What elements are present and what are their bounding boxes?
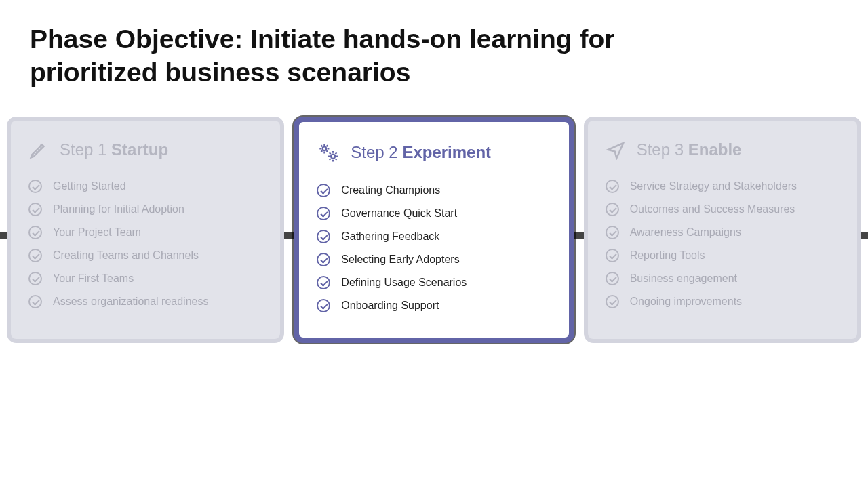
step-card-experiment: Step 2 Experiment Creating Champions Gov…: [294, 117, 574, 343]
step-name: Enable: [688, 140, 742, 159]
step-title: Step 3 Enable: [637, 140, 742, 159]
check-icon: [28, 226, 42, 239]
check-icon: [317, 207, 330, 220]
step-prefix: Step 1: [60, 140, 106, 159]
check-icon: [28, 249, 42, 262]
list-item: Creating Champions: [317, 179, 551, 202]
list-item: Creating Teams and Channels: [28, 244, 262, 267]
list-item: Ongoing improvements: [606, 290, 840, 313]
list-item: Your Project Team: [28, 221, 262, 244]
svg-point-1: [331, 154, 335, 158]
step-card-startup: Step 1 Startup Getting Started Planning …: [7, 117, 284, 343]
check-icon: [606, 226, 619, 239]
gears-icon: [317, 141, 340, 164]
check-icon: [317, 299, 330, 312]
check-icon: [606, 272, 619, 285]
steps-row: Step 1 Startup Getting Started Planning …: [0, 117, 868, 352]
item-label: Outcomes and Success Measures: [630, 203, 795, 216]
list-item: Awareness Campaigns: [606, 221, 840, 244]
item-label: Your First Teams: [53, 272, 134, 285]
item-label: Creating Champions: [341, 184, 440, 197]
list-item: Getting Started: [28, 175, 262, 198]
item-label: Reporting Tools: [630, 249, 705, 262]
check-icon: [317, 230, 330, 243]
check-icon: [606, 203, 619, 216]
list-item: Service Strategy and Stakeholders: [606, 175, 840, 198]
step-card-enable: Step 3 Enable Service Strategy and Stake…: [584, 117, 861, 343]
item-label: Selecting Early Adopters: [341, 253, 459, 266]
check-icon: [28, 272, 42, 285]
cards-container: Step 1 Startup Getting Started Planning …: [0, 117, 868, 343]
item-label: Business engagement: [630, 272, 737, 285]
step-title: Step 2 Experiment: [351, 143, 491, 162]
list-item: Outcomes and Success Measures: [606, 198, 840, 221]
item-label: Onboarding Support: [341, 300, 439, 312]
step-header: Step 2 Experiment: [317, 141, 551, 164]
list-item: Defining Usage Scenarios: [317, 271, 551, 294]
step-prefix: Step 3: [637, 140, 684, 159]
item-label: Ongoing improvements: [630, 296, 742, 308]
item-label: Getting Started: [53, 180, 126, 192]
list-item: Your First Teams: [28, 267, 262, 290]
step-title: Step 1 Startup: [60, 140, 168, 159]
step-name: Startup: [111, 140, 168, 159]
step-header: Step 3 Enable: [606, 140, 840, 160]
item-label: Assess organizational readiness: [53, 296, 208, 308]
check-icon: [317, 184, 330, 197]
step-name: Experiment: [402, 143, 491, 161]
list-item: Gathering Feedback: [317, 225, 551, 248]
send-icon: [606, 140, 626, 160]
check-icon: [317, 276, 330, 289]
item-label: Defining Usage Scenarios: [341, 277, 467, 289]
check-icon: [317, 253, 330, 266]
page-title: Phase Objective: Initiate hands-on learn…: [0, 0, 678, 89]
item-label: Creating Teams and Channels: [53, 249, 199, 262]
list-item: Onboarding Support: [317, 294, 551, 317]
step-items: Service Strategy and Stakeholders Outcom…: [606, 175, 840, 313]
check-icon: [606, 180, 619, 193]
item-label: Gathering Feedback: [341, 230, 439, 243]
list-item: Reporting Tools: [606, 244, 840, 267]
step-prefix: Step 2: [351, 143, 397, 161]
list-item: Governance Quick Start: [317, 202, 551, 225]
step-items: Getting Started Planning for Initial Ado…: [28, 175, 262, 313]
check-icon: [606, 295, 619, 308]
svg-point-0: [323, 146, 327, 150]
step-items: Creating Champions Governance Quick Star…: [317, 179, 551, 317]
pencil-icon: [28, 140, 49, 160]
check-icon: [28, 203, 42, 216]
check-icon: [28, 295, 42, 308]
check-icon: [28, 180, 42, 193]
list-item: Assess organizational readiness: [28, 290, 262, 313]
item-label: Governance Quick Start: [341, 207, 457, 220]
list-item: Business engagement: [606, 267, 840, 290]
item-label: Planning for Initial Adoption: [53, 203, 184, 216]
item-label: Service Strategy and Stakeholders: [630, 180, 797, 192]
item-label: Your Project Team: [53, 226, 141, 239]
step-header: Step 1 Startup: [28, 140, 262, 160]
item-label: Awareness Campaigns: [630, 226, 741, 239]
list-item: Planning for Initial Adoption: [28, 198, 262, 221]
list-item: Selecting Early Adopters: [317, 248, 551, 271]
check-icon: [606, 249, 619, 262]
